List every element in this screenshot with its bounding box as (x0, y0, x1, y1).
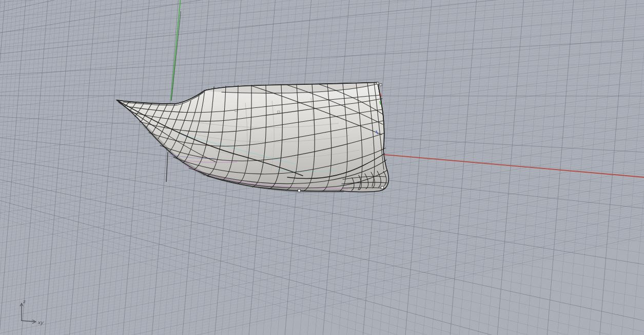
viewport-grain-overlay (0, 0, 644, 335)
scene-layer: z xy (0, 0, 644, 335)
3d-perspective-viewport[interactable]: z xy (0, 0, 644, 335)
